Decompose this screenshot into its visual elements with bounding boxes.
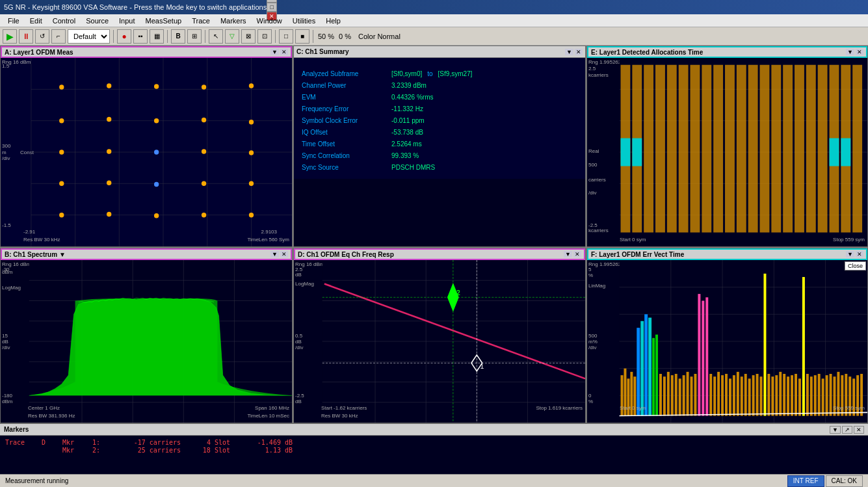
- toolbar-separator2: [167, 30, 168, 43]
- panel-d-controls: ▼ ✕: [564, 251, 581, 257]
- markers-controls: ▼ ↗ ✕: [830, 426, 864, 434]
- panel-e-down[interactable]: ▼: [846, 49, 854, 55]
- panel-c-title: C: Ch1 Summary: [296, 48, 349, 55]
- svg-rect-159: [810, 376, 813, 415]
- restart-button[interactable]: ↺: [35, 29, 49, 44]
- panel-a-close[interactable]: ✕: [280, 49, 288, 55]
- panel-d-down[interactable]: ▼: [564, 251, 572, 257]
- panel-f-down[interactable]: ▼: [846, 251, 854, 257]
- svg-rect-163: [826, 375, 828, 416]
- svg-point-18: [154, 118, 159, 124]
- menu-control[interactable]: Control: [47, 16, 81, 25]
- panel-f-close-x[interactable]: ✕: [856, 251, 863, 257]
- panel-d-close[interactable]: ✕: [573, 251, 581, 257]
- tb-btn2[interactable]: ▦: [150, 29, 164, 44]
- toolbar-separator: [113, 30, 114, 43]
- tb-zoom-out[interactable]: ■: [295, 29, 309, 44]
- panel-f-header: F: Layer1 OFDM Err Vect Time ▼ ✕: [587, 248, 867, 260]
- panel-e-stop: Stop 559 sym: [833, 237, 865, 243]
- svg-rect-63: [621, 138, 631, 166]
- panel-e-controls: ▼ ✕: [846, 49, 863, 55]
- panel-a-header: A: Layer1 OFDM Meas ▼ ✕: [1, 46, 292, 58]
- marker-row-1: Trace D Mkr 1: -17 carriers 4 Slot -1.46…: [5, 439, 863, 446]
- summary-row-8: Sync Source PDSCH DMRS: [302, 162, 577, 174]
- svg-rect-125: [679, 378, 681, 415]
- int-ref-button[interactable]: INT REF: [787, 475, 824, 487]
- panel-b-down[interactable]: ▼: [270, 251, 279, 257]
- menu-help[interactable]: Help: [321, 16, 346, 25]
- cal-ok-button[interactable]: CAL: OK: [826, 475, 863, 487]
- single-button[interactable]: ⌐: [51, 29, 66, 44]
- errvec-plot: Close Rng 1.995262 V 5% LinMag 500m%/div…: [587, 260, 867, 423]
- preset-dropdown[interactable]: Default: [68, 29, 110, 44]
- menu-trace[interactable]: Trace: [187, 16, 215, 25]
- panel-c-content: Analyzed Subframe [Sf0,sym0] to [Sf9,sym…: [294, 58, 585, 246]
- svg-rect-126: [683, 375, 685, 416]
- panel-c: C: Ch1 Summary ▼ ✕ Analyzed Subframe [Sf…: [293, 46, 586, 247]
- panel-a-down[interactable]: ▼: [270, 49, 279, 55]
- svg-rect-121: [663, 376, 666, 415]
- tb-zoom-in[interactable]: □: [279, 29, 293, 44]
- menu-edit[interactable]: Edit: [25, 16, 47, 25]
- summary-key-4: Symbol Clock Error: [302, 115, 386, 127]
- menu-window[interactable]: Window: [252, 16, 287, 25]
- panel-b-close[interactable]: ✕: [280, 251, 288, 257]
- panel-b-header: B: Ch1 Spectrum ▼ ▼ ✕: [1, 248, 292, 260]
- panel-b-resbw: Res BW 381.936 Hz: [28, 413, 75, 419]
- summary-val-0b: [Sf9,sym27]: [438, 68, 473, 80]
- tb-btn5[interactable]: ↖: [209, 29, 223, 44]
- menu-markers[interactable]: Markers: [215, 16, 252, 25]
- svg-point-21: [59, 150, 64, 155]
- tb-btn6[interactable]: ▽: [225, 29, 239, 44]
- tb-btn1[interactable]: ▪▪: [133, 29, 148, 44]
- svg-rect-137: [725, 374, 728, 416]
- toolbar: ▶ ⏸ ↺ ⌐ Default ● ▪▪ ▦ B ⊞ ↖ ▽ ⊠ ⊡ □ ■ 5…: [0, 27, 868, 46]
- svg-rect-115: [640, 321, 644, 416]
- svg-rect-123: [671, 375, 674, 416]
- tb-btn3[interactable]: B: [171, 29, 185, 44]
- svg-rect-127: [687, 372, 689, 416]
- panel-e-close[interactable]: ✕: [856, 49, 863, 55]
- maximize-button[interactable]: □: [267, 3, 277, 12]
- m2-db: 1.13 dB: [241, 447, 293, 454]
- markers-float-btn[interactable]: ↗: [842, 426, 852, 434]
- markers-panel: Markers ▼ ↗ ✕ Trace D Mkr 1: -17 carrier…: [0, 423, 868, 474]
- summary-val-2: 0.44326 %rms: [391, 92, 433, 103]
- panel-a-controls: ▼ ✕: [270, 49, 288, 55]
- tb-btn4[interactable]: ⊞: [187, 29, 202, 44]
- play-button[interactable]: ▶: [3, 29, 17, 44]
- summary-val-3: -11.332 Hz: [391, 103, 423, 115]
- panel-c-down[interactable]: ▼: [565, 49, 573, 55]
- svg-point-22: [107, 149, 111, 154]
- svg-rect-57: [795, 65, 804, 233]
- svg-rect-118: [652, 338, 655, 416]
- menu-source[interactable]: Source: [81, 16, 114, 25]
- tb-btn7[interactable]: ⊠: [241, 29, 256, 44]
- markers-pin-btn[interactable]: ▼: [830, 426, 841, 434]
- record-button[interactable]: ●: [117, 29, 131, 44]
- panel-a-timelen: TimeLen 560 Sym: [247, 237, 289, 243]
- svg-point-14: [202, 85, 206, 90]
- constellation-plot: Rng 16 dBm 1.5 300m/div -1.5 Const: [1, 58, 292, 246]
- tb-btn8[interactable]: ⊡: [257, 29, 272, 44]
- svg-rect-150: [775, 375, 778, 416]
- menu-file[interactable]: File: [3, 16, 25, 25]
- menu-input[interactable]: Input: [114, 16, 140, 25]
- menu-bar: File Edit Control Source Input MeasSetup…: [0, 14, 868, 27]
- menu-utilities[interactable]: Utilities: [287, 16, 321, 25]
- svg-point-25: [249, 150, 254, 155]
- summary-sep-0: to: [427, 68, 432, 80]
- svg-rect-140: [737, 372, 739, 416]
- panel-c-close[interactable]: ✕: [575, 49, 583, 55]
- markers-close-btn[interactable]: ✕: [854, 426, 864, 434]
- panel-f-title: F: Layer1 OFDM Err Vect Time: [591, 251, 684, 258]
- pause-button[interactable]: ⏸: [19, 29, 33, 44]
- svg-rect-141: [741, 376, 743, 415]
- menu-meassetup[interactable]: MeasSetup: [140, 16, 187, 25]
- panel-b-timelen: TimeLen 10 mSec: [247, 413, 289, 419]
- panel-f-close-btn[interactable]: Close: [845, 261, 866, 270]
- m1-db: -1.469 dB: [241, 439, 293, 446]
- svg-point-35: [249, 213, 254, 218]
- summary-key-1: Channel Power: [302, 80, 386, 92]
- summary-val-6: 2.5264 ms: [391, 138, 422, 150]
